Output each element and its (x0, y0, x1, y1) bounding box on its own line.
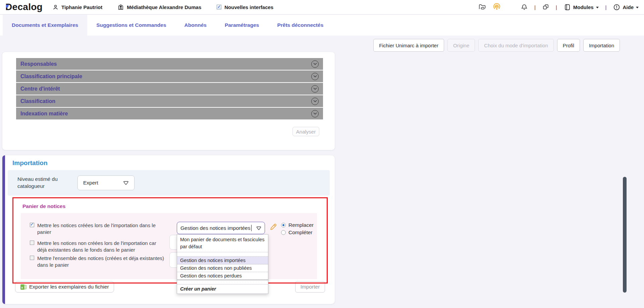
dropdown-option-default[interactable]: Mon panier de documents et fascicules pa… (177, 235, 268, 252)
analysis-accordion: Responsables Classification principale C… (16, 57, 323, 120)
tab-documents-et-exemplaires[interactable]: Documents et Exemplaires (3, 15, 87, 36)
header-separator: | (556, 4, 557, 10)
radio-row-completer[interactable]: Compléter (281, 229, 313, 236)
radio-completer[interactable] (281, 230, 286, 235)
radio-label: Compléter (288, 229, 313, 236)
decalog-logo: Decalog (5, 2, 43, 12)
top-header: Decalog Tiphanie Pautriot Médiathèque Al… (0, 0, 644, 14)
new-interfaces-label: Nouvelles interfaces (224, 4, 273, 10)
tab-parametrages[interactable]: Paramétrages (216, 15, 268, 36)
niveau-value: Expert (83, 180, 98, 186)
checkbox-row-notices-non-creees[interactable]: Mettre les notices non créées lors de l'… (30, 240, 166, 253)
main-tabbar: Documents et Exemplaires Suggestions et … (0, 14, 644, 36)
duplicate-windows-icon[interactable] (542, 4, 549, 10)
header-separator: | (534, 4, 536, 10)
page: Decalog Tiphanie Pautriot Médiathèque Al… (0, 0, 644, 308)
vertical-scrollbar-thumb[interactable] (623, 177, 627, 293)
accordion-section-classification[interactable]: Classification (16, 95, 323, 108)
dropdown-separator (177, 280, 268, 284)
new-interfaces-toggle[interactable]: Nouvelles interfaces (217, 4, 273, 10)
aide-label: Aide (623, 4, 634, 10)
panier-combobox[interactable]: Gestion des notices importées (177, 222, 265, 234)
new-interfaces-checkbox[interactable] (217, 5, 221, 9)
tab-abonnes[interactable]: Abonnés (175, 15, 216, 36)
importation-title: Importation (12, 159, 48, 167)
export-exemplaires-button[interactable]: x Exporter les exemplaires du fichier (15, 281, 114, 293)
accordion-section-responsables[interactable]: Responsables (16, 58, 323, 70)
step-fichier-unimarc-button[interactable]: Fichier Unimarc à importer (373, 39, 444, 52)
user-name: Tiphanie Pautriot (61, 4, 102, 10)
text-cursor (251, 225, 252, 231)
chevron-down-circle-icon[interactable] (311, 60, 319, 68)
checkbox-label: Mettre les notices créées lors de l'impo… (37, 222, 166, 235)
radio-remplacer[interactable] (281, 223, 286, 227)
panier-combobox-value: Gestion des notices importées (180, 225, 251, 231)
import-wizard-steps: Fichier Unimarc à importer Origine Choix… (373, 39, 620, 52)
checkbox-row-ensemble-notices[interactable]: Mettre l'ensemble des notices (créées et… (30, 255, 166, 268)
select-caret-icon[interactable] (256, 226, 261, 230)
analyser-button: Analyser (292, 127, 319, 136)
assistance-beacon-icon[interactable] (493, 3, 501, 11)
chevron-down-circle-icon[interactable] (311, 73, 319, 80)
step-importation-button[interactable]: Importation (583, 39, 620, 52)
niveau-panel: Niveau estimé du catalogueur Expert (8, 170, 330, 196)
chevron-down-icon (596, 7, 599, 8)
accordion-section-classification-principale[interactable]: Classification principale (16, 70, 323, 83)
checkbox-notices-creees[interactable] (30, 223, 34, 227)
modules-box-icon (564, 4, 571, 11)
tab-suggestions-et-commandes[interactable]: Suggestions et Commandes (87, 15, 175, 36)
chevron-down-icon (636, 7, 639, 8)
dropdown-option-creer-un-panier[interactable]: Créer un panier (177, 284, 268, 294)
chevron-down-circle-icon[interactable] (311, 98, 319, 105)
edit-pencil-icon[interactable] (269, 223, 277, 231)
analysis-card: Responsables Classification principale C… (2, 52, 335, 150)
panier-de-notices-title: Panier de notices (22, 203, 65, 209)
folder-cloud-icon[interactable] (479, 4, 486, 10)
chevron-down-circle-icon[interactable] (311, 85, 319, 93)
modules-label: Modules (573, 4, 594, 10)
dropdown-separator (177, 252, 268, 257)
radio-row-remplacer[interactable]: Remplacer (281, 222, 314, 228)
importer-button[interactable]: Importer (295, 281, 325, 293)
step-profil-button[interactable]: Profil (557, 39, 580, 52)
current-user[interactable]: Tiphanie Pautriot (53, 4, 102, 10)
current-library[interactable]: Médiathèque Alexandre Dumas (118, 4, 201, 10)
aide-info-icon (613, 4, 620, 11)
step-origine-button: Origine (447, 39, 475, 52)
library-name: Médiathèque Alexandre Dumas (127, 4, 201, 10)
svg-text:x: x (21, 286, 23, 289)
checkbox-notices-non-creees[interactable] (30, 241, 34, 245)
user-icon (53, 4, 58, 10)
chevron-down-circle-icon[interactable] (311, 110, 319, 117)
radio-label: Remplacer (288, 222, 314, 228)
dropdown-option-gestion-non-publiees[interactable]: Gestion des notices non publiées (177, 264, 268, 272)
step-choix-mode-importation-button: Choix du mode d'importation (478, 39, 553, 52)
dropdown-option-gestion-perdues[interactable]: Gestion des notices perdues (177, 272, 268, 280)
excel-file-icon: x (20, 284, 26, 290)
tab-prets-deconnectes[interactable]: Prêts déconnectés (268, 15, 332, 36)
checkbox-ensemble-notices[interactable] (30, 256, 34, 260)
checkbox-row-notices-creees[interactable]: Mettre les notices créées lors de l'impo… (30, 222, 166, 235)
aide-menu[interactable]: Aide (613, 4, 639, 11)
header-actions: | | Modules | (479, 3, 639, 11)
checkbox-label: Mettre les notices non créées lors de l'… (37, 240, 166, 253)
dropdown-option-gestion-importees[interactable]: Gestion des notices importées (177, 257, 268, 264)
checkbox-label: Mettre l'ensemble des notices (créées et… (37, 255, 166, 268)
export-button-label: Exporter les exemplaires du fichier (29, 284, 109, 290)
modules-menu[interactable]: Modules (564, 4, 599, 11)
niveau-select[interactable]: Expert (77, 175, 135, 190)
accordion-section-indexation-matiere[interactable]: Indexation matière (16, 108, 323, 120)
select-caret-icon (123, 180, 129, 186)
niveau-label: Niveau estimé du catalogueur (17, 176, 74, 190)
notifications-bell-icon[interactable] (521, 4, 528, 11)
library-building-icon (118, 4, 124, 10)
accordion-section-centre-interet[interactable]: Centre d'intérêt (16, 83, 323, 95)
panier-dropdown-list: Mon panier de documents et fascicules pa… (177, 234, 268, 294)
header-separator: | (605, 4, 607, 10)
importation-card: Importation Niveau estimé du catalogueur… (2, 155, 335, 304)
